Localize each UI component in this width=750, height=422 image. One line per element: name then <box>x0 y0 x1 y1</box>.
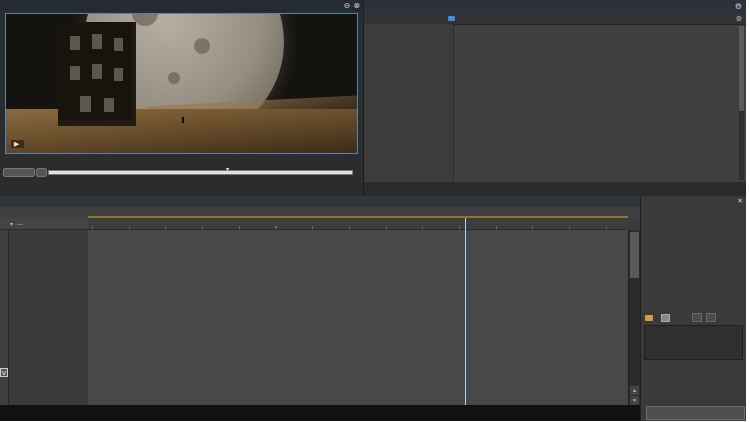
timeline-window: ▾— V ▲ ▼ <box>0 196 640 421</box>
play-state-icon: ▶ <box>14 140 19 148</box>
palette-tabs <box>364 182 746 196</box>
current-video-track-chip[interactable]: V <box>0 368 8 377</box>
detail-view-icon[interactable] <box>706 313 716 322</box>
info-pager-row <box>641 312 746 323</box>
playhead[interactable] <box>465 218 466 405</box>
timeline-lanes[interactable] <box>88 230 628 405</box>
settings-icon[interactable]: ⚙ <box>736 15 742 23</box>
folder-icon <box>448 16 455 21</box>
information-tab[interactable] <box>646 406 745 420</box>
status-bar <box>0 405 640 421</box>
information-palette: ✕ <box>640 196 746 421</box>
effect-palette: ⚙ ⚙ <box>363 0 746 196</box>
seek-position-marker[interactable]: ▾ <box>226 165 229 172</box>
jog-control[interactable] <box>3 168 35 177</box>
walking-figure <box>182 117 184 123</box>
edius-application: ⊖ ⊗ <box>0 0 746 421</box>
menubar-right: ⊖ ⊗ <box>332 0 360 11</box>
video-preview[interactable]: ▶ <box>5 13 358 154</box>
effect-grid <box>454 26 736 182</box>
menu-bar: ⊖ ⊗ <box>0 0 363 11</box>
gear-icon[interactable]: ⚙ <box>735 2 742 11</box>
monitor-timecode-row <box>0 153 363 165</box>
folder-icon[interactable] <box>645 315 653 321</box>
effect-palette-titlebar: ⚙ <box>364 0 746 13</box>
ruler-corner[interactable]: ▾— <box>0 218 88 230</box>
track-sync-strip: V <box>0 230 9 405</box>
preview-monitor: ▶ ▾ <box>0 11 363 196</box>
list-view-icon[interactable] <box>692 313 702 322</box>
chevron-down-icon[interactable]: ▾ <box>10 220 13 227</box>
scroll-up-icon[interactable]: ▲ <box>630 386 639 395</box>
applied-filters-list <box>644 325 743 360</box>
timeline-vertical-scrollbar[interactable]: ▲ ▼ <box>628 230 640 405</box>
shuttle-row: ▾ <box>0 166 363 178</box>
clip-icon[interactable] <box>661 314 670 322</box>
timeline-titlebar <box>0 196 640 207</box>
seek-bar[interactable] <box>48 170 353 175</box>
shuttle-control[interactable] <box>36 168 47 177</box>
breadcrumb[interactable] <box>448 16 458 21</box>
effect-scrollbar[interactable] <box>739 26 744 180</box>
effect-folder-tree <box>364 24 454 182</box>
track-headers <box>9 230 88 405</box>
close-icon[interactable]: ✕ <box>737 197 743 205</box>
timecode-overlay: ▶ <box>11 140 24 148</box>
scroll-down-icon[interactable]: ▼ <box>630 396 639 405</box>
close-icon[interactable]: ⊗ <box>353 2 360 10</box>
minimize-icon[interactable]: ⊖ <box>344 2 351 10</box>
ruin-structure <box>58 22 136 126</box>
timeline-ruler[interactable] <box>88 218 628 230</box>
